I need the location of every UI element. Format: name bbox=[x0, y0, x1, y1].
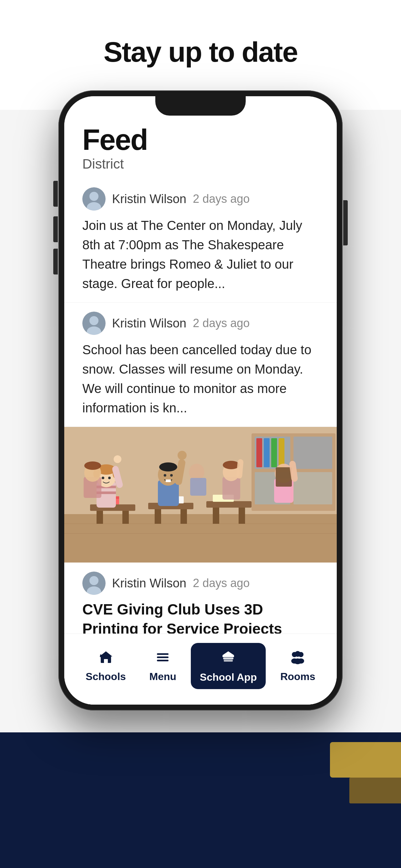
svg-rect-49 bbox=[166, 479, 171, 482]
svg-rect-22 bbox=[122, 511, 129, 524]
post-time: 2 days ago bbox=[193, 577, 250, 590]
gold-accent2 bbox=[349, 778, 401, 803]
nav-label-menu: Menu bbox=[150, 671, 177, 683]
post-image-container[interactable]: Kristin Wilson 2 days ago CVE Giving Clu… bbox=[64, 427, 337, 633]
post-image-meta: Kristin Wilson 2 days ago CVE Giving Clu… bbox=[64, 562, 337, 633]
avatar bbox=[82, 312, 105, 335]
svg-point-40 bbox=[102, 476, 104, 479]
post-author: Kristin Wilson bbox=[112, 577, 186, 590]
svg-rect-12 bbox=[294, 472, 332, 504]
svg-rect-25 bbox=[181, 509, 187, 524]
svg-point-47 bbox=[164, 474, 166, 476]
post-item[interactable]: Kristin Wilson 2 days ago Join us at The… bbox=[64, 178, 337, 303]
svg-rect-77 bbox=[224, 660, 233, 662]
svg-rect-75 bbox=[222, 655, 234, 657]
svg-marker-78 bbox=[222, 651, 234, 655]
svg-rect-64 bbox=[190, 478, 206, 496]
nav-label-school-app: School App bbox=[200, 671, 257, 683]
feed-subtitle: District bbox=[82, 156, 319, 172]
nav-label-schools: Schools bbox=[86, 671, 126, 683]
nav-item-schools[interactable]: Schools bbox=[76, 644, 135, 688]
schools-icon bbox=[98, 649, 114, 668]
nav-item-school-app[interactable]: School App bbox=[191, 643, 266, 689]
post-image bbox=[64, 427, 337, 562]
avatar bbox=[82, 187, 105, 211]
post-time: 2 days ago bbox=[193, 192, 250, 206]
feed-title: Feed bbox=[82, 125, 319, 154]
svg-point-57 bbox=[223, 461, 240, 469]
svg-point-46 bbox=[159, 462, 177, 471]
svg-rect-28 bbox=[239, 507, 245, 524]
svg-rect-72 bbox=[157, 653, 168, 655]
phone-outer: Feed District bbox=[58, 90, 343, 710]
screen-content: Feed District bbox=[64, 96, 337, 705]
svg-point-66 bbox=[89, 576, 98, 585]
svg-point-48 bbox=[170, 474, 173, 476]
svg-point-81 bbox=[295, 651, 301, 657]
svg-rect-74 bbox=[157, 660, 168, 661]
nav-item-menu[interactable]: Menu bbox=[141, 644, 186, 688]
svg-rect-10 bbox=[294, 437, 332, 469]
nav-label-rooms: Rooms bbox=[280, 671, 315, 683]
post-text: Join us at The Center on Monday, July 8t… bbox=[82, 216, 319, 293]
svg-rect-24 bbox=[155, 509, 161, 524]
svg-rect-21 bbox=[96, 511, 103, 524]
phone-mockup: Feed District bbox=[58, 90, 343, 710]
svg-point-84 bbox=[294, 658, 302, 664]
svg-rect-27 bbox=[213, 507, 219, 524]
svg-rect-13 bbox=[256, 438, 262, 467]
svg-rect-17 bbox=[64, 514, 337, 562]
svg-point-4 bbox=[89, 316, 98, 325]
phone-screen: Feed District bbox=[64, 96, 337, 705]
school-app-icon bbox=[220, 649, 237, 668]
menu-icon bbox=[155, 649, 171, 668]
nav-item-rooms[interactable]: Rooms bbox=[271, 644, 324, 688]
svg-point-43 bbox=[114, 455, 121, 463]
svg-rect-14 bbox=[264, 438, 270, 467]
post-meta: Kristin Wilson 2 days ago bbox=[82, 187, 319, 211]
svg-point-51 bbox=[178, 451, 187, 460]
phone-notch bbox=[155, 96, 246, 116]
svg-rect-26 bbox=[206, 501, 251, 507]
post-meta: Kristin Wilson 2 days ago bbox=[82, 571, 319, 595]
svg-point-1 bbox=[89, 192, 98, 201]
rooms-icon bbox=[290, 649, 305, 668]
page-title: Stay up to date bbox=[0, 35, 401, 68]
avatar bbox=[82, 571, 105, 595]
svg-rect-70 bbox=[104, 659, 108, 663]
post-author: Kristin Wilson bbox=[112, 192, 186, 206]
svg-point-54 bbox=[84, 461, 101, 470]
post-author: Kristin Wilson bbox=[112, 316, 186, 330]
post-headline: CVE Giving Club Uses 3D Printing for Ser… bbox=[82, 600, 319, 633]
bottom-nav: Schools Menu bbox=[64, 633, 337, 705]
post-item[interactable]: Kristin Wilson 2 days ago School has bee… bbox=[64, 303, 337, 427]
svg-point-41 bbox=[108, 476, 111, 479]
gold-accent bbox=[330, 742, 401, 778]
svg-rect-76 bbox=[223, 657, 234, 659]
svg-rect-16 bbox=[279, 438, 284, 467]
svg-rect-71 bbox=[100, 655, 101, 657]
svg-rect-73 bbox=[157, 656, 168, 658]
post-meta: Kristin Wilson 2 days ago bbox=[82, 312, 319, 335]
post-time: 2 days ago bbox=[193, 316, 250, 330]
feed-scroll[interactable]: Feed District bbox=[64, 96, 337, 633]
svg-rect-15 bbox=[271, 438, 277, 467]
post-text: School has been cancelled today due to s… bbox=[82, 340, 319, 417]
svg-rect-61 bbox=[276, 467, 292, 487]
